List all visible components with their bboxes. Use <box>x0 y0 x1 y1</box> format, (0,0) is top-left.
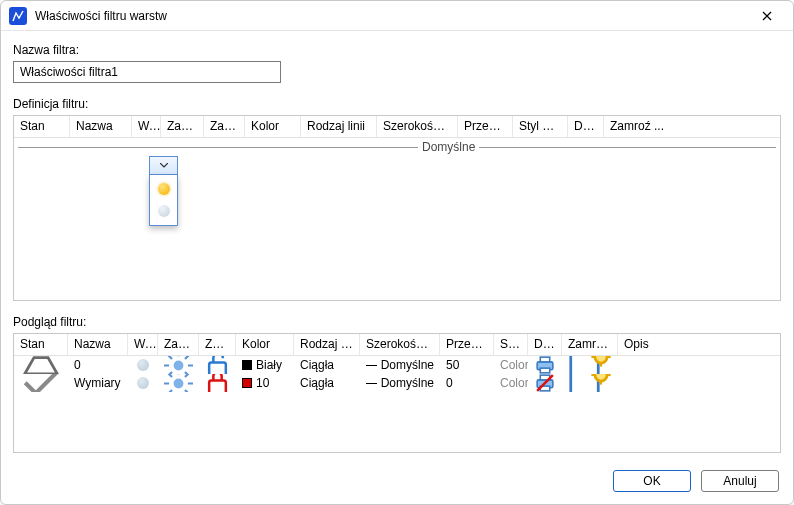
print-icon <box>528 356 562 374</box>
filter-preview-grid[interactable]: Stan Nazwa W... Zamr... Zabl... Kolor Ro… <box>13 333 781 453</box>
lineweight-cell: Domyślne <box>360 356 440 374</box>
prev-col-rodzaj[interactable]: Rodzaj linii <box>294 334 360 355</box>
dialog-buttons: OK Anuluj <box>613 470 779 492</box>
visibility-off-icon[interactable] <box>158 205 170 217</box>
def-col-zamroznowe[interactable]: Zamroź ... <box>604 116 688 137</box>
color-cell: 10 <box>236 374 294 392</box>
desc-cell <box>618 356 702 374</box>
svg-rect-9 <box>209 363 226 374</box>
svg-line-26 <box>185 374 189 377</box>
prev-col-druk[interactable]: Dru... <box>528 334 562 355</box>
lock-icon <box>199 356 236 374</box>
window-title: Właściwości filtru warstw <box>35 9 749 23</box>
filter-name-label: Nazwa filtra: <box>13 43 781 57</box>
svg-point-14 <box>595 356 607 363</box>
prev-header: Stan Nazwa W... Zamr... Zabl... Kolor Ro… <box>14 334 780 356</box>
transparency-cell: 50 <box>440 356 494 374</box>
def-col-stan[interactable]: Stan <box>14 116 70 137</box>
app-icon <box>9 7 27 25</box>
close-button[interactable] <box>749 4 785 28</box>
linetype-cell: Ciągła <box>294 356 360 374</box>
prev-col-styl[interactable]: Styl... <box>494 334 528 355</box>
def-col-kolor[interactable]: Kolor <box>245 116 301 137</box>
prev-col-kolor[interactable]: Kolor <box>236 334 294 355</box>
prev-col-nazwa[interactable]: Nazwa <box>68 334 128 355</box>
table-row[interactable]: 0BiałyCiągłaDomyślne50Color... <box>14 356 780 374</box>
def-col-zablok[interactable]: Zabl... <box>204 116 245 137</box>
color-cell: Biały <box>236 356 294 374</box>
prev-col-wlacz[interactable]: W... <box>128 334 158 355</box>
def-filter-row[interactable] <box>14 156 700 175</box>
titlebar: Właściwości filtru warstw <box>1 1 793 31</box>
freeze-icon <box>158 374 199 392</box>
freeze-icon <box>158 356 199 374</box>
svg-rect-11 <box>540 357 549 362</box>
svg-rect-28 <box>209 381 226 392</box>
def-group-divider: Domyślne <box>14 140 780 154</box>
ok-button[interactable]: OK <box>613 470 691 492</box>
table-row[interactable]: Wymiary10CiągłaDomyślne0Color... <box>14 374 780 392</box>
visibility-icon <box>128 374 158 392</box>
def-col-przez[interactable]: Przeźro... <box>458 116 513 137</box>
newvp-icon <box>562 356 618 374</box>
visibility-on-icon[interactable] <box>158 183 170 195</box>
plotstyle-cell: Color... <box>494 374 528 392</box>
prev-col-zablok[interactable]: Zabl... <box>199 334 236 355</box>
desc-cell <box>618 374 702 392</box>
def-col-styl[interactable]: Styl wyd... <box>513 116 568 137</box>
def-col-nazwa[interactable]: Nazwa <box>70 116 132 137</box>
visibility-icon <box>128 356 158 374</box>
transparency-cell: 0 <box>440 374 494 392</box>
prev-col-opis[interactable]: Opis <box>618 334 702 355</box>
visibility-dropdown[interactable] <box>149 156 178 226</box>
lineweight-cell: Domyślne <box>360 374 440 392</box>
prev-col-przez[interactable]: Przeźro... <box>440 334 494 355</box>
svg-line-7 <box>185 356 189 359</box>
filter-definition-grid[interactable]: Stan Nazwa W.. Zamr... Zabl... Kolor Rod… <box>13 115 781 301</box>
plotstyle-cell: Color... <box>494 356 528 374</box>
print-icon <box>528 374 562 392</box>
chevron-down-icon <box>160 163 168 168</box>
def-col-druk[interactable]: Dru... <box>568 116 604 137</box>
prev-col-stan[interactable]: Stan <box>14 334 68 355</box>
newvp-icon <box>562 374 618 392</box>
lock-icon <box>199 374 236 392</box>
filter-name-input[interactable] <box>13 61 281 83</box>
cancel-button[interactable]: Anuluj <box>701 470 779 492</box>
visibility-dropdown-button[interactable] <box>149 156 178 175</box>
filter-def-label: Definicja filtru: <box>13 97 781 111</box>
stan-icon <box>14 374 68 392</box>
def-header: Stan Nazwa W.. Zamr... Zabl... Kolor Rod… <box>14 116 780 138</box>
svg-point-34 <box>595 374 607 381</box>
svg-rect-12 <box>540 368 549 373</box>
prev-col-zamroz[interactable]: Zamr... <box>158 334 199 355</box>
def-col-szer[interactable]: Szerokość linii <box>377 116 458 137</box>
def-col-zamroz[interactable]: Zamr... <box>161 116 204 137</box>
layer-name: 0 <box>68 356 128 374</box>
def-col-wlacz[interactable]: W.. <box>132 116 161 137</box>
prev-col-zamroznw[interactable]: Zamroź ... <box>562 334 618 355</box>
svg-line-27 <box>168 389 172 392</box>
layer-name: Wymiary <box>68 374 128 392</box>
visibility-dropdown-panel <box>149 175 178 226</box>
svg-point-0 <box>174 360 184 370</box>
svg-line-5 <box>168 356 172 359</box>
def-group-label: Domyślne <box>422 140 475 154</box>
linetype-cell: Ciągła <box>294 374 360 392</box>
prev-col-szer[interactable]: Szerokość linii <box>360 334 440 355</box>
svg-line-24 <box>168 374 172 377</box>
def-body: Domyślne <box>14 138 780 300</box>
svg-point-19 <box>174 378 184 388</box>
svg-line-25 <box>185 389 189 392</box>
prev-body: 0BiałyCiągłaDomyślne50Color...Wymiary10C… <box>14 356 780 392</box>
filter-preview-label: Podgląd filtru: <box>13 315 781 329</box>
stan-icon <box>14 356 68 374</box>
def-col-rodzaj[interactable]: Rodzaj linii <box>301 116 377 137</box>
